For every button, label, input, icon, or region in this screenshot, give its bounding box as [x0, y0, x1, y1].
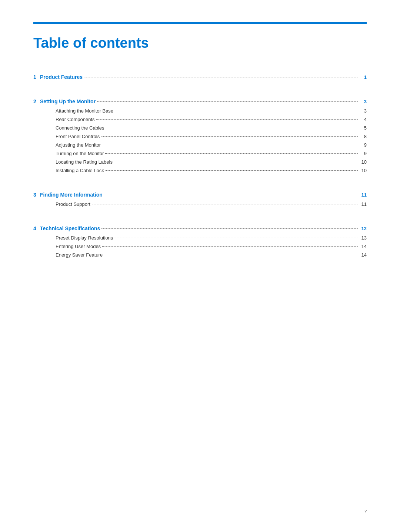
subitem-dots-2-8 — [106, 170, 358, 171]
toc-chapter-section-3: 3 Finding More Information 11 Product Su… — [33, 192, 367, 207]
section-gap-1 — [33, 91, 367, 98]
chapter-dots-1 — [84, 77, 358, 77]
toc-chapter-3[interactable]: 3 Finding More Information 11 — [33, 192, 367, 198]
subitem-title-2-6: Turning on the Monitor — [56, 151, 104, 156]
subitem-dots-2-3 — [106, 128, 358, 128]
subitem-title-2-8: Installing a Cable Lock — [56, 168, 104, 173]
subitem-page-2-1: 3 — [359, 108, 367, 114]
toc-chapter-section-2: 2 Setting Up the Monitor 3 Attaching the… — [33, 98, 367, 173]
subitem-page-2-2: 4 — [359, 117, 367, 122]
chapter-page-4: 12 — [359, 226, 367, 231]
subitem-page-2-6: 9 — [359, 151, 367, 156]
toc-subitem-2-8[interactable]: Installing a Cable Lock 10 — [33, 168, 367, 173]
subitem-dots-3-1 — [92, 204, 358, 204]
subitem-dots-2-4 — [101, 136, 358, 137]
subitem-title-2-3: Connecting the Cables — [56, 125, 104, 131]
footer-page-number: v — [364, 508, 367, 513]
toc-subitem-2-4[interactable]: Front Panel Controls 8 — [33, 134, 367, 139]
toc-container: 1 Product Features 1 2 Setting Up the Mo… — [33, 74, 367, 276]
subitem-title-4-3: Energy Saver Feature — [56, 252, 103, 258]
chapter-dots-4 — [101, 228, 358, 229]
toc-subitem-2-1[interactable]: Attaching the Monitor Base 3 — [33, 108, 367, 114]
section-gap-4 — [33, 269, 367, 276]
subitem-title-2-4: Front Panel Controls — [56, 134, 100, 139]
subitem-title-4-2: Entering User Modes — [56, 244, 101, 249]
chapter-title-1: Product Features — [40, 74, 83, 80]
section-gap-2 — [33, 184, 367, 192]
chapter-page-2: 3 — [359, 99, 367, 104]
subitem-title-2-7: Locating the Rating Labels — [56, 159, 113, 165]
subitem-dots-2-5 — [102, 145, 358, 145]
section-gap-3 — [33, 218, 367, 225]
subitem-dots-2-2 — [96, 119, 358, 120]
chapter-page-1: 1 — [359, 74, 367, 80]
subitem-dots-4-1 — [114, 238, 358, 238]
chapter-page-3: 11 — [359, 192, 367, 198]
toc-subitem-4-1[interactable]: Preset Display Resolutions 13 — [33, 235, 367, 241]
subitem-title-2-5: Adjusting the Monitor — [56, 142, 101, 148]
toc-chapter-2[interactable]: 2 Setting Up the Monitor 3 — [33, 98, 367, 104]
page-title: Table of contents — [33, 35, 367, 52]
toc-chapter-4[interactable]: 4 Technical Specifications 12 — [33, 225, 367, 231]
subitem-page-2-4: 8 — [359, 134, 367, 139]
subitem-title-3-1: Product Support — [56, 201, 90, 207]
chapter-title-3: Finding More Information — [40, 192, 103, 198]
top-border — [33, 22, 367, 24]
subitem-page-2-8: 10 — [359, 168, 367, 173]
toc-chapter-section-1: 1 Product Features 1 — [33, 74, 367, 80]
subitem-page-2-5: 9 — [359, 142, 367, 148]
toc-chapter-1[interactable]: 1 Product Features 1 — [33, 74, 367, 80]
chapter-title-2: Setting Up the Monitor — [40, 98, 96, 104]
chapter-num-3: 3 — [33, 192, 40, 198]
page-container: Table of contents 1 Product Features 1 2… — [0, 0, 400, 532]
toc-chapter-section-4: 4 Technical Specifications 12 Preset Dis… — [33, 225, 367, 258]
subitem-page-2-7: 10 — [359, 159, 367, 165]
subitem-page-4-3: 14 — [359, 252, 367, 258]
subitem-dots-2-6 — [105, 153, 358, 154]
chapter-title-4: Technical Specifications — [40, 225, 100, 231]
toc-subitem-2-6[interactable]: Turning on the Monitor 9 — [33, 151, 367, 156]
subitem-dots-4-3 — [104, 255, 358, 255]
toc-subitem-2-5[interactable]: Adjusting the Monitor 9 — [33, 142, 367, 148]
chapter-num-4: 4 — [33, 225, 40, 231]
chapter-dots-2 — [97, 101, 358, 102]
subitem-dots-4-2 — [102, 246, 358, 247]
toc-subitem-2-2[interactable]: Rear Components 4 — [33, 117, 367, 122]
subitem-dots-2-1 — [115, 111, 358, 111]
toc-subitem-2-7[interactable]: Locating the Rating Labels 10 — [33, 159, 367, 165]
subitem-page-4-1: 13 — [359, 235, 367, 241]
toc-subitem-3-1[interactable]: Product Support 11 — [33, 201, 367, 207]
toc-subitem-4-3[interactable]: Energy Saver Feature 14 — [33, 252, 367, 258]
subitem-title-2-2: Rear Components — [56, 117, 95, 122]
chapter-num-2: 2 — [33, 98, 40, 104]
subitem-title-4-1: Preset Display Resolutions — [56, 235, 113, 241]
toc-subitem-4-2[interactable]: Entering User Modes 14 — [33, 244, 367, 249]
toc-subitem-2-3[interactable]: Connecting the Cables 5 — [33, 125, 367, 131]
subitem-page-3-1: 11 — [359, 201, 367, 207]
subitem-title-2-1: Attaching the Monitor Base — [56, 108, 113, 114]
subitem-dots-2-7 — [114, 162, 358, 162]
subitem-page-4-2: 14 — [359, 244, 367, 249]
subitem-page-2-3: 5 — [359, 125, 367, 131]
chapter-num-1: 1 — [33, 74, 40, 80]
chapter-dots-3 — [104, 195, 358, 195]
